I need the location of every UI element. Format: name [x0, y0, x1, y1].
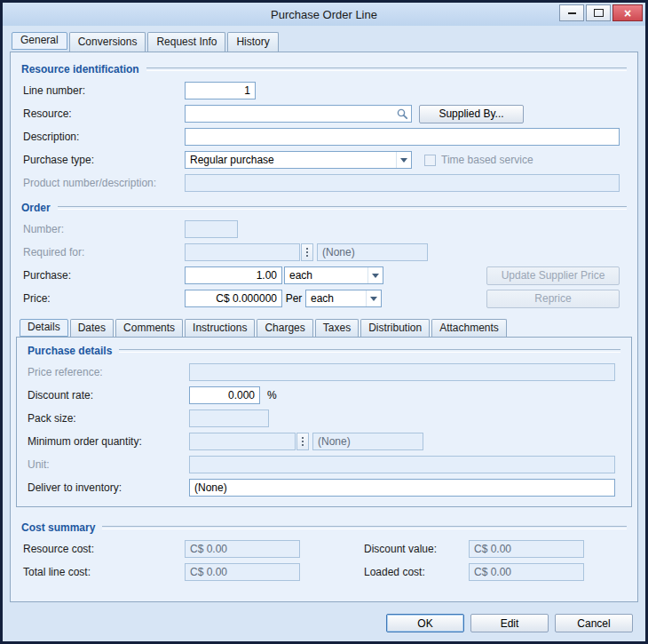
title-bar: Purchase Order Line — [3, 3, 645, 26]
tab-dates[interactable]: Dates — [70, 319, 114, 337]
price-label: Price: — [23, 292, 185, 305]
price-unit-value: each — [306, 292, 366, 305]
required-for-field — [185, 243, 300, 261]
tab-instructions[interactable]: Instructions — [185, 319, 255, 337]
resource-input[interactable] — [186, 107, 393, 121]
loaded-cost-field — [469, 563, 584, 581]
discount-value-field — [469, 540, 584, 558]
discount-rate-row: Discount rate: % — [28, 384, 620, 407]
unit-field — [189, 456, 615, 473]
search-icon[interactable] — [396, 107, 408, 120]
time-based-service-label: Time based service — [441, 154, 533, 166]
price-unit-dropdown[interactable]: each — [305, 290, 382, 307]
purchase-quantity-field[interactable] — [185, 266, 282, 284]
maximize-icon — [594, 9, 604, 17]
resource-cost-label: Resource cost: — [23, 543, 185, 555]
resource-row: Resource: Supplied By... — [23, 102, 625, 125]
product-number-field — [185, 174, 620, 192]
supplied-by-button[interactable]: Supplied By... — [419, 105, 524, 123]
pack-size-row: Pack size: — [28, 407, 620, 430]
purchase-unit-dropdown[interactable]: each — [284, 266, 383, 284]
order-number-label: Number: — [23, 223, 185, 235]
resource-identification-group-header: Resource identification — [21, 63, 627, 76]
purchase-details-heading: Purchase details — [28, 345, 112, 357]
order-number-row: Number: — [23, 218, 625, 241]
total-line-cost-field — [185, 563, 300, 581]
tab-taxes[interactable]: Taxes — [315, 319, 359, 337]
tab-distribution[interactable]: Distribution — [360, 319, 430, 337]
tab-conversions[interactable]: Conversions — [69, 32, 146, 52]
purchase-type-dropdown[interactable]: Regular purchase — [185, 151, 412, 169]
loaded-cost-label: Loaded cost: — [364, 566, 469, 578]
deliver-to-inventory-row: Deliver to inventory: — [28, 476, 620, 499]
edit-button[interactable]: Edit — [470, 614, 549, 632]
required-for-row: Required for: — [23, 241, 625, 264]
minimum-order-quantity-none-field — [312, 433, 423, 450]
price-row: Price: Per each Reprice — [23, 287, 625, 310]
dropdown-arrow-icon — [367, 267, 383, 283]
required-for-none-field — [317, 243, 428, 261]
resource-label: Resource: — [23, 107, 185, 120]
time-based-service-checkbox — [424, 155, 436, 166]
deliver-to-inventory-field[interactable] — [189, 479, 615, 497]
unit-label: Unit: — [28, 458, 189, 471]
group-rule — [146, 68, 627, 71]
purchase-label: Purchase: — [23, 269, 185, 282]
cost-summary-heading: Cost summary — [21, 521, 95, 534]
group-rule — [58, 206, 627, 210]
main-tab-strip: General Conversions Request Info History — [12, 32, 281, 52]
general-tab-page: Resource identification Line number: Res… — [10, 52, 638, 602]
per-label: Per — [282, 292, 305, 305]
window-controls: × — [557, 4, 643, 21]
total-line-cost-label: Total line cost: — [23, 566, 185, 578]
deliver-to-inventory-label: Deliver to inventory: — [28, 481, 189, 494]
product-number-label: Product number/description: — [23, 177, 185, 189]
resource-identification-heading: Resource identification — [21, 63, 139, 76]
discount-rate-label: Discount rate: — [28, 389, 189, 402]
ok-button[interactable]: OK — [386, 614, 464, 632]
details-tab-page: Purchase details Price reference: Discou… — [16, 337, 632, 507]
cancel-button[interactable]: Cancel — [555, 614, 633, 632]
order-number-field — [185, 220, 238, 238]
footer-button-bar: OK Edit Cancel — [386, 614, 633, 632]
required-for-label: Required for: — [23, 246, 185, 258]
line-number-label: Line number: — [23, 84, 185, 97]
group-rule — [119, 349, 620, 353]
dropdown-arrow-icon — [366, 290, 381, 306]
detail-tab-strip: Details Dates Comments Instructions Char… — [20, 319, 634, 337]
purchase-details-group-header: Purchase details — [28, 345, 620, 357]
price-field[interactable] — [185, 290, 282, 307]
product-number-row: Product number/description: — [23, 171, 625, 195]
description-row: Description: — [23, 125, 625, 148]
maximize-button[interactable] — [586, 4, 611, 21]
discount-value-label: Discount value: — [364, 543, 469, 555]
line-number-field[interactable] — [185, 82, 256, 99]
reprice-button: Reprice — [486, 290, 620, 308]
tab-charges[interactable]: Charges — [257, 319, 312, 337]
description-label: Description: — [23, 131, 185, 143]
tab-comments[interactable]: Comments — [115, 319, 183, 337]
percent-label: % — [267, 389, 277, 402]
tab-history[interactable]: History — [227, 32, 278, 52]
minimum-order-quantity-label: Minimum order quantity: — [28, 435, 189, 448]
tab-attachments[interactable]: Attachments — [431, 319, 507, 337]
group-rule — [102, 526, 627, 529]
description-field[interactable] — [185, 128, 620, 146]
window-title: Purchase Order Line — [3, 8, 645, 21]
purchase-type-label: Purchase type: — [23, 154, 185, 166]
resource-cost-field — [185, 540, 300, 558]
close-button[interactable]: × — [612, 4, 643, 21]
minimize-button[interactable] — [559, 4, 584, 21]
purchase-row: Purchase: each Update Supplier Price — [23, 264, 625, 287]
tab-general[interactable]: General — [12, 32, 67, 50]
price-reference-field — [189, 363, 615, 381]
resource-lookup-field[interactable] — [185, 105, 412, 123]
close-icon: × — [624, 7, 631, 20]
update-supplier-price-button: Update Supplier Price — [486, 266, 620, 285]
dropdown-arrow-icon — [396, 152, 411, 168]
unit-row: Unit: — [28, 453, 620, 476]
discount-rate-field[interactable] — [189, 386, 260, 404]
tab-request-info[interactable]: Request Info — [147, 32, 225, 52]
tab-details[interactable]: Details — [20, 319, 68, 337]
purchase-type-value: Regular purchase — [186, 154, 396, 166]
